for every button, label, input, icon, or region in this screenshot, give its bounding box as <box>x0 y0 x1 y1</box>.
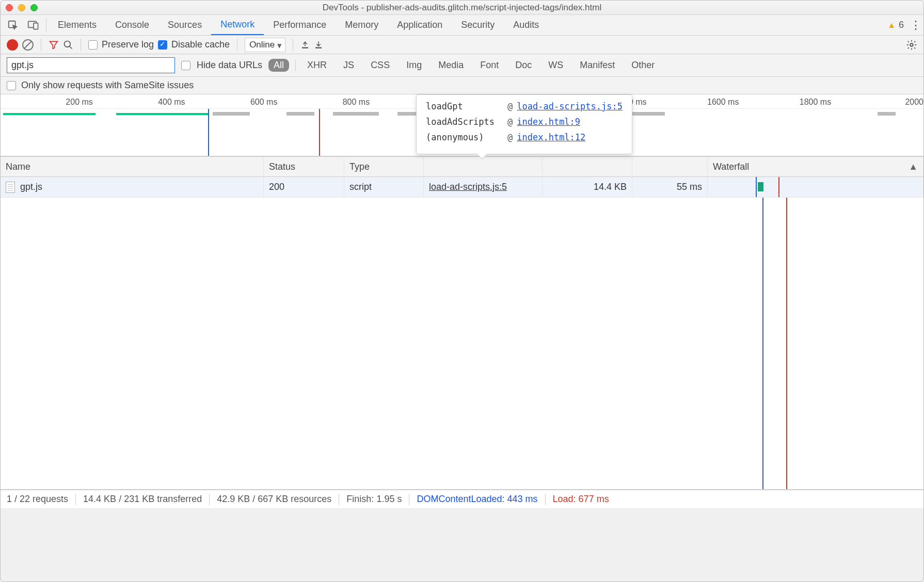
filter-type-ws[interactable]: WS <box>543 59 568 72</box>
filter-row-2: Only show requests with SameSite issues <box>1 77 923 94</box>
divider <box>46 18 46 32</box>
samesite-checkbox[interactable] <box>7 81 16 90</box>
tab-application[interactable]: Application <box>388 15 452 35</box>
export-har-icon[interactable] <box>314 40 323 50</box>
file-icon <box>6 182 15 193</box>
tab-elements[interactable]: Elements <box>49 15 106 35</box>
status-transferred: 14.4 KB / 231 KB transferred <box>83 494 202 505</box>
throttling-value: Online <box>249 40 275 50</box>
timeline-tick: 2000 <box>905 98 923 107</box>
filter-type-xhr[interactable]: XHR <box>302 59 332 72</box>
cell-status: 200 <box>264 177 344 197</box>
col-waterfall[interactable]: Waterfall▲ <box>708 157 923 176</box>
window-titlebar: DevTools - publisher-ads-audits.glitch.m… <box>1 1 923 15</box>
close-window-button[interactable] <box>6 4 13 11</box>
filter-type-font[interactable]: Font <box>475 59 504 72</box>
tooltip-link[interactable]: index.html:12 <box>517 132 585 142</box>
status-resources: 42.9 KB / 667 KB resources <box>217 494 331 505</box>
minimize-window-button[interactable] <box>18 4 25 11</box>
svg-rect-2 <box>34 23 38 29</box>
import-har-icon[interactable] <box>300 40 310 50</box>
preserve-log-label: Preserve log <box>102 39 154 50</box>
cell-name: gpt.js <box>1 177 264 197</box>
device-toolbar-icon[interactable] <box>23 15 44 35</box>
search-icon[interactable] <box>63 40 73 50</box>
main-tabs: Elements Console Sources Network Perform… <box>1 15 923 36</box>
throttling-select[interactable]: Online <box>245 38 285 52</box>
tooltip-at: @ <box>507 117 513 127</box>
status-load: Load: 677 ms <box>553 494 609 505</box>
filter-input[interactable] <box>7 57 175 73</box>
initiator-tooltip: loadGpt @ load-ad-scripts.js:5 loadAdScr… <box>416 94 632 154</box>
status-bar: 1 / 22 requests 14.4 KB / 231 KB transfe… <box>1 490 923 508</box>
hide-data-urls-checkbox[interactable] <box>181 61 190 70</box>
col-initiator[interactable] <box>424 157 543 176</box>
zoom-window-button[interactable] <box>30 4 38 11</box>
tooltip-link[interactable]: index.html:9 <box>517 117 580 127</box>
warnings-count: 6 <box>899 20 904 30</box>
settings-icon[interactable] <box>906 39 917 51</box>
sort-indicator-icon: ▲ <box>909 161 918 172</box>
timeline-tick: 800 ms <box>343 98 370 107</box>
filter-icon[interactable] <box>49 40 59 50</box>
filter-type-manifest[interactable]: Manifest <box>575 59 620 72</box>
samesite-label: Only show requests with SameSite issues <box>21 80 194 91</box>
divider <box>75 494 76 505</box>
table-row[interactable]: gpt.js 200 script load-ad-scripts.js:5 1… <box>1 177 923 198</box>
traffic-lights <box>6 4 38 11</box>
tab-sources[interactable]: Sources <box>158 15 211 35</box>
inspect-element-icon[interactable] <box>3 15 23 35</box>
cell-initiator-link[interactable]: load-ad-scripts.js:5 <box>429 182 507 192</box>
filter-type-js[interactable]: JS <box>338 59 359 72</box>
filter-type-all[interactable]: All <box>268 59 289 72</box>
timeline-tick: 200 ms <box>66 98 92 107</box>
svg-rect-5 <box>315 47 322 48</box>
warning-icon: ▲ <box>887 21 896 30</box>
cell-type: script <box>344 177 424 197</box>
filter-row: Hide data URLs All XHR JS CSS Img Media … <box>1 54 923 77</box>
table-header: Name Status Type Waterfall▲ <box>1 156 923 177</box>
cell-initiator[interactable]: load-ad-scripts.js:5 <box>424 177 543 197</box>
divider <box>409 494 409 505</box>
tooltip-row: (anonymous) @ index.html:12 <box>426 132 623 142</box>
col-type[interactable]: Type <box>344 157 424 176</box>
tooltip-link[interactable]: load-ad-scripts.js:5 <box>517 101 623 111</box>
record-button[interactable] <box>7 39 18 51</box>
cell-name-text: gpt.js <box>20 182 42 192</box>
tab-memory[interactable]: Memory <box>336 15 388 35</box>
tab-audits[interactable]: Audits <box>504 15 548 35</box>
divider <box>209 494 210 505</box>
preserve-log-checkbox[interactable] <box>88 40 98 50</box>
col-status[interactable]: Status <box>264 157 344 176</box>
divider <box>293 39 293 51</box>
col-name[interactable]: Name <box>1 157 264 176</box>
col-time[interactable] <box>632 157 708 176</box>
divider <box>81 39 81 51</box>
col-size[interactable] <box>543 157 632 176</box>
divider <box>545 494 546 505</box>
tab-security[interactable]: Security <box>452 15 504 35</box>
filter-type-other[interactable]: Other <box>626 59 660 72</box>
tooltip-at: @ <box>507 101 513 111</box>
window-title: DevTools - publisher-ads-audits.glitch.m… <box>1 3 923 13</box>
col-waterfall-label: Waterfall <box>713 161 749 172</box>
divider <box>295 60 296 71</box>
svg-point-3 <box>65 41 71 47</box>
filter-type-css[interactable]: CSS <box>365 59 395 72</box>
filter-type-img[interactable]: Img <box>401 59 427 72</box>
more-menu-icon[interactable]: ⋮ <box>908 15 923 35</box>
filter-type-media[interactable]: Media <box>433 59 469 72</box>
divider <box>41 39 41 51</box>
tooltip-at: @ <box>507 132 513 142</box>
status-requests: 1 / 22 requests <box>7 494 68 505</box>
tab-network[interactable]: Network <box>211 15 264 35</box>
svg-rect-4 <box>302 47 308 48</box>
tab-performance[interactable]: Performance <box>264 15 336 35</box>
disable-cache-checkbox[interactable] <box>158 40 167 50</box>
tab-console[interactable]: Console <box>106 15 158 35</box>
clear-button[interactable] <box>22 39 34 51</box>
warnings-indicator[interactable]: ▲ 6 <box>883 15 908 35</box>
tooltip-fn: loadAdScripts <box>426 117 503 127</box>
timeline-tick: 1800 ms <box>800 98 831 107</box>
filter-type-doc[interactable]: Doc <box>510 59 537 72</box>
